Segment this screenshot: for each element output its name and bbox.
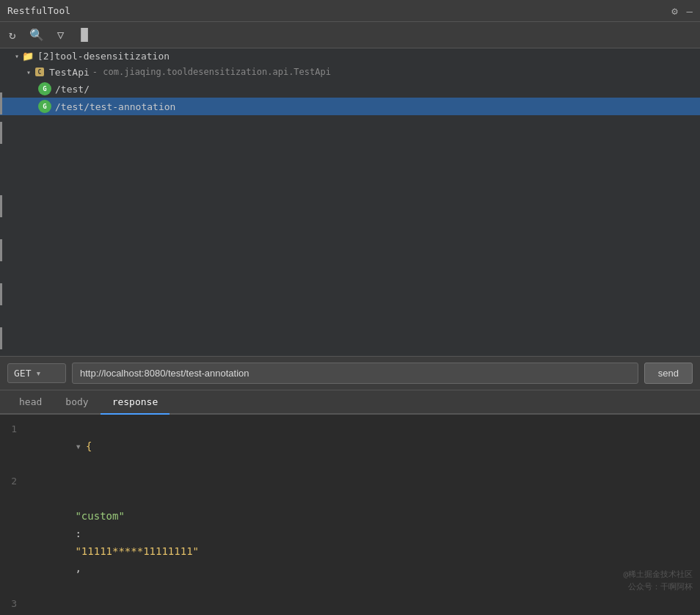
- svg-text:C: C: [38, 69, 42, 76]
- expand-arrow: ▾: [15, 52, 19, 60]
- line-content-2: "custom" : "11111*****11111111" ,: [26, 473, 700, 595]
- line-num-2: 2: [0, 473, 26, 490]
- tree-root[interactable]: ▾ 📁 [2]tool-desensitization: [0, 48, 700, 64]
- method-dropdown-icon: ▾: [35, 368, 41, 379]
- tree-panel: ▾ 📁 [2]tool-desensitization ▾ C TestApi …: [0, 48, 700, 357]
- side-mark-6: [0, 327, 2, 349]
- folder-icon: 📁: [22, 51, 34, 62]
- chart-icon[interactable]: ▐▌: [74, 25, 94, 45]
- endpoint-path-2: /test/test-annotation: [55, 101, 175, 112]
- toolbar: ↻ 🔍 ▽ ▐▌: [0, 22, 700, 48]
- method-label: GET: [14, 368, 31, 379]
- title-bar: RestfulTool ⚙ —: [0, 0, 700, 22]
- class-expand-arrow: ▾: [26, 68, 31, 76]
- endpoint-test[interactable]: G /test/: [0, 80, 700, 98]
- code-line-1: 1 ▾{: [0, 421, 700, 473]
- line-num-3: 3: [0, 596, 26, 611]
- code-line-2: 2 "custom" : "11111*****11111111" ,: [0, 473, 700, 595]
- send-button[interactable]: send: [644, 363, 693, 384]
- line-content-3: "phone" : "176****2345" ,: [26, 595, 700, 611]
- class-icon: C: [34, 66, 45, 78]
- api-class-path: - com.jiaqing.tooldesensitization.api.Te…: [92, 67, 331, 77]
- side-mark-5: [0, 283, 2, 305]
- root-label: [2]tool-desensitization: [37, 51, 169, 62]
- app-title: RestfulTool: [7, 5, 70, 16]
- url-bar: GET ▾ send: [0, 357, 700, 390]
- url-input[interactable]: [72, 363, 638, 384]
- tab-head[interactable]: head: [7, 390, 54, 415]
- tab-response[interactable]: response: [101, 390, 170, 415]
- get-method-badge: G: [38, 82, 51, 95]
- refresh-icon[interactable]: ↻: [6, 25, 19, 45]
- method-select[interactable]: GET ▾: [7, 363, 66, 383]
- endpoint-test-annotation[interactable]: G /test/test-annotation: [0, 98, 700, 115]
- line-content-1: ▾{: [26, 421, 700, 473]
- collapse-icon-1: ▾: [75, 440, 81, 452]
- response-area: 1 ▾{ 2 "custom" : "11111*****11111111" ,…: [0, 415, 700, 611]
- side-markers: [0, 48, 3, 356]
- api-class-name: TestApi: [49, 67, 90, 78]
- side-mark-3: [0, 195, 2, 217]
- code-block: 1 ▾{ 2 "custom" : "11111*****11111111" ,…: [0, 415, 700, 611]
- code-line-3: 3 "phone" : "176****2345" ,: [0, 595, 700, 611]
- settings-icon[interactable]: ⚙: [671, 5, 677, 17]
- endpoint-path-1: /test/: [55, 84, 90, 95]
- side-mark-1: [0, 92, 2, 114]
- tabs-bar: head body response: [0, 390, 700, 415]
- filter-icon[interactable]: ▽: [54, 25, 68, 45]
- side-mark-4: [0, 239, 2, 261]
- get-method-badge-2: G: [38, 100, 51, 113]
- side-mark-2: [0, 122, 2, 144]
- tab-body[interactable]: body: [54, 390, 100, 415]
- tree-api-class[interactable]: ▾ C TestApi - com.jiaqing.tooldesensitiz…: [0, 64, 700, 80]
- title-bar-controls: ⚙ —: [671, 5, 693, 17]
- search-icon[interactable]: 🔍: [26, 25, 47, 45]
- minimize-icon[interactable]: —: [687, 5, 693, 17]
- line-num-1: 1: [0, 421, 26, 437]
